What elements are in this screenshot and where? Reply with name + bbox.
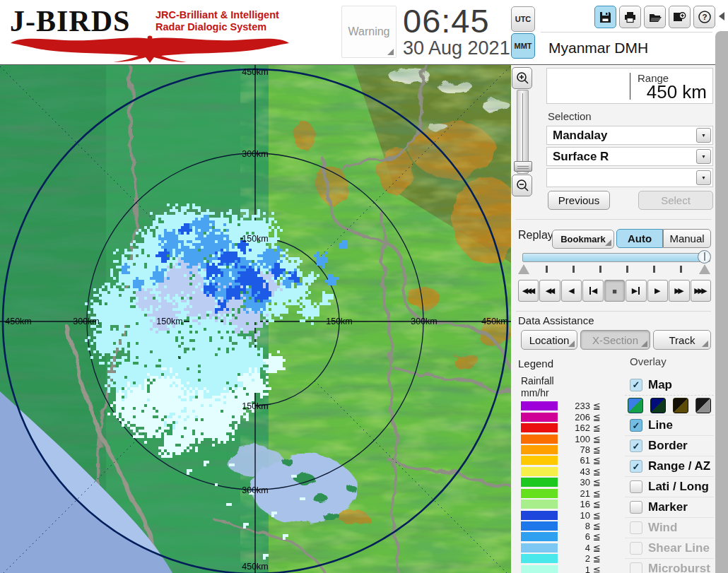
option-dropdown-button[interactable]: ▼	[696, 170, 711, 185]
map-style-2-button[interactable]	[650, 398, 666, 413]
range-display: Range 450 km	[546, 68, 713, 104]
checkbox[interactable]	[630, 480, 642, 493]
legend-operator: ≦	[593, 543, 601, 553]
overlay-item-label: Map	[648, 378, 672, 392]
save-button[interactable]	[594, 6, 616, 28]
legend-value: 61	[558, 455, 590, 466]
help-button[interactable]: ?	[693, 6, 715, 28]
site-dropdown-button[interactable]: ▼	[696, 128, 711, 143]
play-reverse-button[interactable]: ◀	[561, 280, 582, 302]
legend-operator: ≦	[593, 488, 601, 499]
manual-toggle[interactable]: Manual	[663, 229, 711, 248]
checkbox	[630, 521, 642, 534]
overlay-item-range-az[interactable]: ✓Range / AZ	[625, 456, 714, 476]
checkbox[interactable]: ✓	[630, 439, 642, 452]
auto-toggle[interactable]: Auto	[616, 229, 663, 248]
station-name-box: Myanmar DMH	[541, 34, 712, 62]
rainfall-legend: 233≦206≦162≦100≦78≦61≦43≦30≦21≦16≦10≦8≦6…	[521, 401, 620, 573]
warning-button[interactable]: Warning	[341, 6, 397, 58]
site-dropdown[interactable]: Mandalay ▼	[546, 126, 713, 145]
utc-button[interactable]: UTC	[511, 6, 535, 32]
legend-operator: ≦	[593, 477, 601, 488]
logo-title: J-BIRDS	[10, 4, 130, 38]
product-dropdown-button[interactable]: ▼	[696, 149, 711, 164]
zoom-in-button[interactable]	[512, 67, 532, 89]
help-icon: ?	[698, 10, 712, 24]
slider-start-marker[interactable]	[518, 264, 529, 274]
logo-subtitle: JRC-Brilliant & Intelligent Radar Dialog…	[155, 9, 279, 33]
capture-button[interactable]	[669, 6, 691, 28]
legend-value: 30	[558, 477, 590, 488]
legend-value: 16	[558, 499, 590, 509]
zoom-slider-handle[interactable]	[514, 161, 532, 172]
jbirds-logo: J-BIRDS JRC-Brilliant & Intelligent Rada…	[8, 3, 291, 64]
option-dropdown[interactable]: ▼	[546, 168, 713, 187]
precipitation-echo	[0, 65, 511, 573]
overlay-item-map[interactable]: ✓Map	[625, 374, 714, 395]
header-bar: J-BIRDS JRC-Brilliant & Intelligent Rada…	[0, 0, 728, 65]
fast-forward-3-button[interactable]: ▶▶▶	[691, 280, 711, 302]
overlay-checkbox-list: ✓Map✓Line✓Border✓Range / AZLati / LongMa…	[625, 374, 714, 573]
product-dropdown[interactable]: Surface R ▼	[546, 147, 713, 166]
overlay-item-lati-long[interactable]: Lati / Long	[625, 476, 714, 497]
play-button[interactable]: ▶	[647, 280, 668, 302]
radar-map[interactable]: 450km300km150km150km300km450km450km300km…	[0, 65, 511, 573]
time-slider-handle[interactable]	[698, 250, 711, 264]
panel-collapse-strip[interactable]	[715, 0, 728, 573]
rewind-button[interactable]: ◀◀	[539, 280, 560, 302]
legend-operator: ≦	[593, 401, 601, 411]
checkbox[interactable]: ✓	[630, 460, 642, 473]
bookmark-button[interactable]: Bookmark	[552, 230, 614, 249]
time-slider[interactable]	[522, 253, 710, 262]
legend-row: 2≦	[521, 553, 620, 564]
overlay-item-marker[interactable]: Marker	[625, 497, 714, 517]
legend-label: Legend	[518, 358, 553, 370]
map-style-1-button[interactable]	[628, 398, 643, 413]
toolbar: ?	[594, 6, 715, 28]
legend-operator: ≦	[593, 565, 601, 573]
rewind-fast-button[interactable]: ◀◀◀	[518, 280, 539, 302]
overlay-item-line[interactable]: ✓Line	[625, 415, 714, 435]
step-back-button[interactable]: ◀	[582, 280, 603, 302]
slider-end-marker[interactable]	[699, 264, 710, 274]
slider-tick	[546, 266, 548, 273]
legend-row: 78≦	[521, 444, 620, 455]
overlay-item-label: Lati / Long	[648, 480, 709, 494]
open-folder-button[interactable]	[644, 6, 666, 28]
legend-row: 61≦	[521, 455, 620, 466]
chevron-down-icon: ▼	[701, 175, 706, 180]
previous-button[interactable]: Previous	[548, 191, 610, 210]
map-style-4-button[interactable]	[695, 398, 711, 413]
overlay-item-shear-line[interactable]: Shear Line	[625, 538, 714, 558]
checkbox[interactable]: ✓	[630, 419, 642, 432]
print-button[interactable]	[619, 6, 641, 28]
legend-row: 206≦	[521, 411, 620, 422]
legend-value: 43	[558, 466, 590, 477]
checkbox[interactable]	[630, 501, 642, 514]
legend-operator: ≦	[593, 510, 601, 521]
map-style-swatches	[625, 395, 714, 415]
checkbox[interactable]: ✓	[630, 379, 642, 391]
x-section-button[interactable]: X-Section	[580, 330, 650, 350]
mmt-button[interactable]: MMT	[511, 33, 535, 59]
legend-operator: ≦	[593, 434, 601, 444]
overlay-item-wind[interactable]: Wind	[625, 517, 714, 538]
map-style-3-button[interactable]	[673, 398, 688, 413]
zoom-out-button[interactable]	[512, 175, 532, 196]
slider-tick	[599, 266, 601, 273]
select-button[interactable]: Select	[638, 191, 713, 210]
image-plus-icon	[672, 11, 687, 24]
overlay-item-border[interactable]: ✓Border	[625, 435, 714, 456]
stop-button[interactable]: ■	[604, 280, 625, 302]
location-button[interactable]: Location	[521, 330, 577, 350]
slider-tick	[653, 266, 655, 273]
zoom-slider[interactable]	[517, 90, 529, 174]
legend-operator: ≦	[593, 455, 601, 466]
step-forward-button[interactable]: ▶	[626, 280, 646, 302]
track-button[interactable]: Track	[653, 330, 711, 350]
overlay-item-microburst[interactable]: Microburst	[625, 558, 714, 573]
fast-forward-button[interactable]: ▶▶	[669, 280, 689, 302]
checkbox	[630, 562, 642, 573]
collapse-handle[interactable]	[715, 31, 728, 573]
data-assistance-label: Data Assistance	[518, 314, 594, 326]
